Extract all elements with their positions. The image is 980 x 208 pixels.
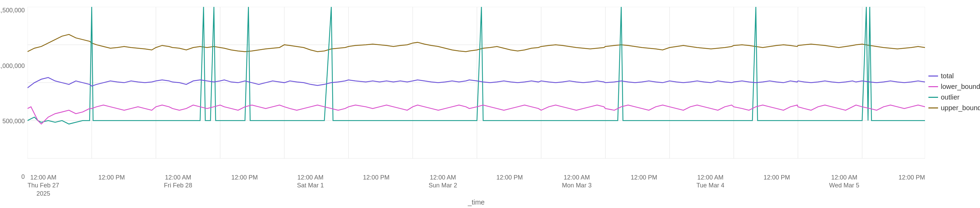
chart-container: 1,500,000 1,000,000 500,000 0 xyxy=(0,0,980,208)
legend-line-total xyxy=(928,76,938,77)
legend-label-lower-bound: lower_bound xyxy=(941,83,980,91)
x-label-pm-sat: 12:00 PM xyxy=(363,174,390,181)
legend-label-outlier: outlier xyxy=(941,93,959,101)
x-label-pm-mon: 12:00 PM xyxy=(631,174,657,181)
y-label-0: 0 xyxy=(21,173,25,181)
legend-line-outlier xyxy=(928,97,938,98)
lower-bound-line xyxy=(27,105,925,124)
x-label-thu-feb27: 12:00 AMThu Feb 272025 xyxy=(27,174,59,198)
legend-item-outlier: outlier xyxy=(928,93,977,101)
x-label-tue-mar4: 12:00 AMTue Mar 4 xyxy=(696,174,724,190)
chart-svg xyxy=(27,7,925,159)
x-label-pm-fri: 12:00 PM xyxy=(231,174,258,181)
y-label-500000: 500,000 xyxy=(2,118,25,125)
upper-bound-line xyxy=(27,34,925,52)
x-label-pm-tue: 12:00 PM xyxy=(764,174,790,181)
legend-line-upper-bound xyxy=(928,107,938,109)
x-label-sat-mar1: 12:00 AMSat Mar 1 xyxy=(297,174,324,190)
x-axis-labels: 12:00 AMThu Feb 272025 12:00 PM 12:00 AM… xyxy=(27,174,925,198)
x-label-mon-mar3: 12:00 AMMon Mar 3 xyxy=(562,174,592,190)
y-label-1500000: 1,500,000 xyxy=(0,7,25,14)
legend: total lower_bound outlier upper_bound xyxy=(925,0,980,208)
legend-item-lower-bound: lower_bound xyxy=(928,83,977,91)
x-label-wed-mar5: 12:00 AMWed Mar 5 xyxy=(829,174,859,190)
x-label-sun-mar2: 12:00 AMSun Mar 2 xyxy=(429,174,457,190)
legend-item-upper-bound: upper_bound xyxy=(928,104,977,112)
x-label-pm-sun: 12:00 PM xyxy=(496,174,523,181)
x-axis-title: _time xyxy=(27,199,925,206)
legend-item-total: total xyxy=(928,72,977,80)
y-label-1000000: 1,000,000 xyxy=(0,63,25,70)
legend-label-upper-bound: upper_bound xyxy=(941,104,980,112)
x-label-fri-feb28: 12:00 AMFri Feb 28 xyxy=(164,174,192,190)
x-label-pm-thu: 12:00 PM xyxy=(99,174,125,181)
chart-area: 1,500,000 1,000,000 500,000 0 xyxy=(0,0,925,208)
legend-line-lower-bound xyxy=(928,86,938,87)
x-label-pm-wed: 12:00 PM xyxy=(899,174,925,181)
y-axis-labels: 1,500,000 1,000,000 500,000 0 xyxy=(0,7,27,181)
legend-label-total: total xyxy=(941,72,954,80)
